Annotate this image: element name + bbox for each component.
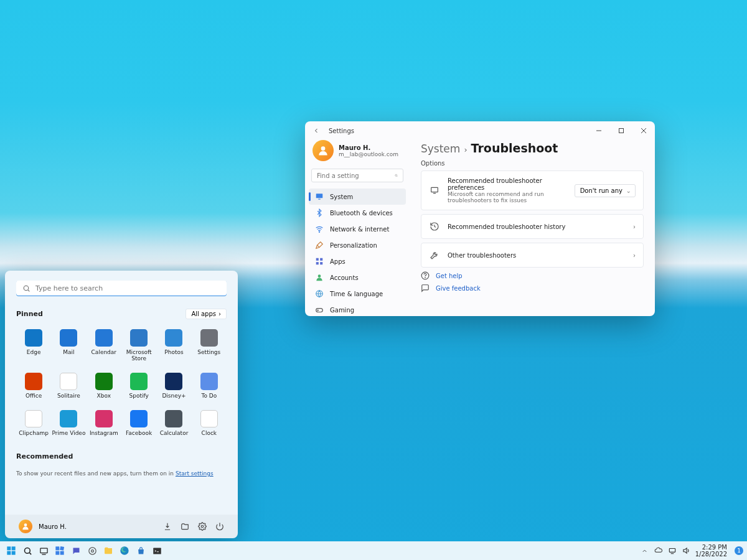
nav-item-accounts[interactable]: Accounts	[309, 269, 406, 286]
app-icon	[60, 373, 77, 390]
start-search[interactable]	[16, 281, 227, 296]
pinned-app-instagram[interactable]: Instagram	[87, 408, 121, 439]
pinned-app-xbox[interactable]: Xbox	[87, 370, 121, 401]
svg-line-21	[28, 290, 29, 291]
option-recommended-troubleshooter-preferences[interactable]: Recommended troubleshooter preferencesMi…	[421, 170, 644, 210]
settings-taskbar-icon[interactable]	[85, 543, 100, 558]
minimize-button[interactable]	[588, 121, 610, 140]
start-user-name: Mauro H.	[39, 523, 67, 530]
nav-item-bluetooth-devices[interactable]: Bluetooth & devices	[309, 205, 406, 221]
app-icon	[60, 329, 77, 347]
maximize-button[interactable]	[610, 121, 632, 140]
pinned-app-clipchamp[interactable]: Clipchamp	[16, 408, 51, 439]
user-account-block[interactable]: Mauro H. m__lab@outlook.com	[309, 140, 406, 166]
downloads-icon[interactable]	[163, 522, 172, 531]
svg-point-5	[395, 174, 397, 176]
apps-icon	[315, 257, 324, 266]
task-view-button[interactable]	[36, 543, 51, 558]
pinned-app-calendar[interactable]: Calendar	[87, 327, 121, 364]
avatar[interactable]	[19, 520, 32, 533]
close-button[interactable]	[632, 121, 655, 140]
svg-rect-8	[318, 199, 321, 200]
nav-item-gaming[interactable]: Gaming	[309, 302, 406, 316]
pinned-app-facebook[interactable]: Facebook	[121, 408, 156, 439]
taskbar-clock[interactable]: 2:29 PM 1/28/2022	[695, 544, 730, 558]
pinned-app-clock[interactable]: Clock	[192, 408, 227, 439]
start-settings-link[interactable]: Start settings	[176, 470, 214, 477]
start-footer: Mauro H.	[5, 515, 238, 538]
pinned-app-photos[interactable]: Photos	[156, 327, 191, 364]
file-explorer-icon[interactable]	[101, 543, 116, 558]
nav-item-network-internet[interactable]: Network & internet	[309, 221, 406, 237]
documents-icon[interactable]	[181, 522, 189, 531]
pinned-heading: Pinned	[16, 310, 43, 318]
svg-point-23	[201, 525, 204, 528]
recommended-tip: To show your recent files and new apps, …	[16, 470, 227, 477]
options-heading: Options	[421, 160, 644, 167]
store-taskbar-icon[interactable]	[133, 543, 148, 558]
history-icon	[429, 221, 440, 232]
nav-item-time-language[interactable]: Time & language	[309, 286, 406, 302]
svg-rect-30	[40, 548, 47, 553]
all-apps-button[interactable]: All apps ›	[186, 309, 227, 319]
svg-point-19	[425, 278, 426, 278]
pinned-app-microsoft-store[interactable]: Microsoft Store	[121, 327, 156, 364]
power-icon[interactable]	[215, 522, 224, 531]
chevron-right-icon: ›	[633, 223, 636, 230]
give-feedback-link[interactable]: Give feedback	[421, 284, 644, 292]
user-name: Mauro H.	[339, 144, 398, 151]
widgets-button[interactable]	[52, 543, 67, 558]
gaming-icon	[315, 306, 324, 314]
pinned-app-mail[interactable]: Mail	[51, 327, 86, 364]
preference-select[interactable]: Don't run any ⌄	[575, 184, 636, 197]
pinned-app-edge[interactable]: Edge	[16, 327, 51, 364]
pinned-app-to-do[interactable]: To Do	[192, 370, 227, 401]
nav-item-system[interactable]: System	[309, 189, 406, 205]
start-search-input[interactable]	[35, 284, 220, 292]
back-button[interactable]	[311, 126, 321, 136]
onedrive-icon[interactable]	[654, 546, 663, 555]
app-icon	[130, 410, 148, 427]
find-a-setting-search[interactable]	[311, 169, 403, 182]
app-icon	[165, 410, 182, 427]
option-recommended-troubleshooter-history[interactable]: Recommended troubleshooter history›	[421, 214, 644, 239]
person-icon	[315, 273, 324, 282]
edge-taskbar-icon[interactable]	[117, 543, 132, 558]
app-icon	[200, 373, 218, 390]
globe-icon	[315, 289, 324, 298]
get-help-link[interactable]: Get help	[421, 271, 644, 280]
pinned-app-disney-[interactable]: Disney+	[156, 370, 191, 401]
pinned-app-settings[interactable]: Settings	[192, 327, 227, 364]
start-button[interactable]	[4, 543, 19, 558]
svg-rect-27	[12, 551, 16, 555]
app-icon	[200, 329, 218, 347]
app-icon	[25, 329, 42, 347]
svg-rect-34	[55, 551, 59, 555]
app-icon	[25, 373, 42, 390]
find-setting-input[interactable]	[317, 172, 395, 179]
page-title: Troubleshoot	[471, 141, 558, 155]
app-icon	[165, 373, 182, 390]
nav-item-personalization[interactable]: Personalization	[309, 237, 406, 253]
pinned-app-prime-video[interactable]: Prime Video	[51, 408, 86, 439]
svg-line-29	[29, 553, 31, 554]
tray-chevron-icon[interactable]	[641, 546, 649, 555]
option-other-troubleshooters[interactable]: Other troubleshooters›	[421, 243, 644, 268]
pinned-app-spotify[interactable]: Spotify	[121, 370, 156, 401]
pinned-app-calculator[interactable]: Calculator	[156, 408, 191, 439]
breadcrumb-parent[interactable]: System	[421, 142, 460, 155]
search-button[interactable]	[20, 543, 35, 558]
chat-button[interactable]	[68, 543, 83, 558]
chevron-right-icon: ›	[464, 145, 467, 154]
settings-icon[interactable]	[198, 522, 207, 531]
network-tray-icon[interactable]	[668, 546, 677, 555]
nav-item-apps[interactable]: Apps	[309, 253, 406, 269]
svg-rect-1	[619, 129, 624, 133]
notification-badge[interactable]: 1	[735, 546, 743, 555]
terminal-taskbar-icon[interactable]	[149, 543, 164, 558]
volume-tray-icon[interactable]	[682, 546, 690, 555]
pinned-apps-grid: EdgeMailCalendarMicrosoft StorePhotosSet…	[16, 327, 227, 439]
pinned-app-office[interactable]: Office	[16, 370, 51, 401]
pinned-app-solitaire[interactable]: Solitaire	[51, 370, 86, 401]
app-icon	[60, 410, 77, 427]
